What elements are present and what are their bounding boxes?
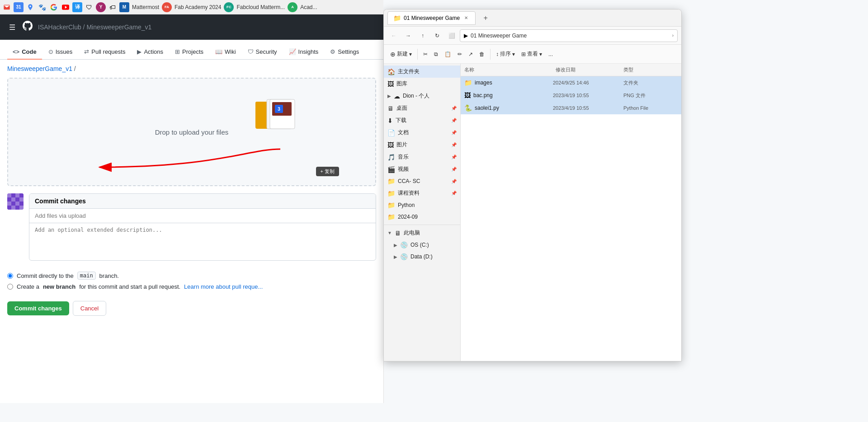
view-button[interactable]: ⊞ 查看 ▾ (519, 47, 545, 61)
taskbar-maps[interactable] (25, 2, 35, 12)
user-avatar (7, 193, 24, 210)
drop-zone[interactable]: Drop to upload your files + 复制 (7, 78, 376, 186)
pictures-icon: 🖼 (387, 141, 394, 149)
file-date-bac: 2023/4/19 10:55 (553, 93, 621, 98)
commit-section: Commit changes (7, 193, 376, 261)
sidebar-item-cca[interactable]: 📁 CCA- SC 📌 (384, 175, 460, 187)
commit-actions: Commit changes Cancel (7, 301, 376, 316)
refresh-button[interactable]: ↻ (431, 29, 443, 42)
taskbar-google[interactable] (49, 2, 59, 12)
commit-message-input[interactable] (29, 209, 376, 223)
desktop-icon: 🖥 (387, 105, 394, 112)
sort-button[interactable]: ↕ 排序 ▾ (493, 47, 518, 61)
nav-issues[interactable]: ⊙ Issues (43, 45, 78, 60)
address-separator: ▶ (464, 33, 468, 39)
nav-security[interactable]: 🛡 Security (242, 45, 283, 60)
breadcrumb-repo[interactable]: MinesweeperGame_v1 (7, 65, 72, 72)
pin-icon-2: 📌 (451, 118, 457, 123)
taskbar-calendar[interactable]: 31 (14, 2, 24, 12)
nav-code[interactable]: <> Code (7, 45, 42, 60)
taskbar-fab-academy[interactable]: FA (162, 2, 172, 12)
bac-file-icon: 🖼 (464, 92, 471, 99)
file-type-saolei: Python File (623, 105, 678, 111)
sidebar-item-videos[interactable]: 🎬 视频 📌 (384, 163, 460, 175)
sidebar-item-pictures[interactable]: 🖼 图片 📌 (384, 139, 460, 151)
nav-pullrequests[interactable]: ⇄ Pull requests (79, 45, 131, 60)
nav-wiki[interactable]: 📖 Wiki (210, 45, 241, 60)
taskbar-y[interactable]: Y (96, 2, 106, 12)
nav-actions[interactable]: ▶ Actions (132, 45, 169, 60)
share-button[interactable]: ↗ (466, 47, 476, 61)
new-branch-radio[interactable] (7, 284, 13, 290)
file-item-bac[interactable]: 🖼 bac.png 2023/4/19 10:55 PNG 文件 (461, 89, 681, 102)
sidebar-item-music[interactable]: 🎵 音乐 📌 (384, 151, 460, 163)
copy-button[interactable]: ⧉ (431, 47, 441, 61)
sidebar-item-python[interactable]: 📁 Python (384, 199, 460, 211)
folder-cca-icon: 📁 (387, 178, 395, 185)
taskbar-acad[interactable]: A (288, 2, 297, 12)
sidebar-item-gallery[interactable]: 🖼 图库 (384, 78, 460, 90)
cancel-button[interactable]: Cancel (73, 301, 106, 316)
sidebar-item-d-drive[interactable]: ▶ 💿 Data (D:) (384, 251, 460, 263)
taskbar-pet[interactable]: 🐾 (37, 2, 47, 12)
explorer-content: 🏠 主文件夹 🖼 图库 ▶ ☁ Dion - 个人 🖥 桌面 📌 ⬇ 下载 📌 (384, 64, 681, 361)
sidebar-item-c-drive[interactable]: ▶ 💿 OS (C:) (384, 239, 460, 251)
explorer-sidebar: 🏠 主文件夹 🖼 图库 ▶ ☁ Dion - 个人 🖥 桌面 📌 ⬇ 下载 📌 (384, 64, 461, 361)
sidebar-item-dion[interactable]: ▶ ☁ Dion - 个人 (384, 90, 460, 102)
taskbar-shield[interactable]: 🛡 (84, 2, 94, 12)
taskbar-tag[interactable]: 🏷 (108, 2, 118, 12)
folder-python-icon: 📁 (387, 202, 395, 209)
gallery-icon: 🖼 (387, 80, 394, 88)
menu-button[interactable]: ☰ (7, 21, 17, 33)
c-drive-icon: 💿 (400, 241, 408, 249)
taskbar-gmail[interactable] (2, 2, 12, 12)
documents-icon: 📄 (387, 129, 395, 136)
music-icon: 🎵 (387, 154, 395, 161)
taskbar-mattermost[interactable]: M (119, 2, 129, 12)
cut-button[interactable]: ✂ (420, 47, 430, 61)
taskbar-translate[interactable]: 译 (72, 2, 82, 12)
forward-button[interactable]: → (402, 29, 415, 42)
maximize-button[interactable]: ⬜ (445, 29, 458, 42)
up-button[interactable]: ↑ (416, 29, 429, 42)
paste-button[interactable]: 📋 (442, 47, 454, 61)
sidebar-item-this-pc[interactable]: ▼ 🖥 此电脑 (384, 227, 460, 239)
back-button[interactable]: ← (387, 29, 400, 42)
copy-badge: + 复制 (316, 167, 339, 176)
new-tab-button[interactable]: + (479, 12, 492, 24)
sidebar-item-downloads[interactable]: ⬇ 下载 📌 (384, 114, 460, 127)
sidebar-item-desktop[interactable]: 🖥 桌面 📌 (384, 102, 460, 114)
nav-projects[interactable]: ⊞ Projects (170, 45, 209, 60)
taskbar-fab-label: Fab Academy 2024 (174, 4, 222, 10)
tab-close-button[interactable]: ✕ (462, 14, 470, 22)
address-text: 01 Minesweeper Game (471, 33, 670, 39)
share-icon: ↗ (468, 51, 473, 57)
file-explorer-window: 📁 01 Minesweeper Game ✕ + ← → ↑ ↻ ⬜ ▶ 01… (383, 9, 682, 361)
file-item-saolei[interactable]: 🐍 saolei1.py 2023/4/19 10:55 Python File (461, 102, 681, 114)
nav-settings[interactable]: ⚙ Settings (325, 45, 364, 60)
wiki-icon: 📖 (215, 48, 222, 55)
commit-description-input[interactable] (29, 223, 376, 259)
commit-changes-button[interactable]: Commit changes (7, 301, 69, 315)
file-item-images[interactable]: 📁 images 2024/9/25 14:46 文件夹 (461, 76, 681, 89)
taskbar-youtube[interactable] (61, 2, 71, 12)
file-date-saolei: 2023/4/19 10:55 (553, 105, 621, 111)
new-button[interactable]: ⊕ 新建 ▾ (387, 47, 415, 61)
direct-commit-radio[interactable] (7, 273, 13, 279)
sidebar-item-home[interactable]: 🏠 主文件夹 (384, 66, 460, 78)
address-box[interactable]: ▶ 01 Minesweeper Game › (460, 29, 678, 42)
sidebar-item-2024-09[interactable]: 📁 2024-09 (384, 211, 460, 223)
learn-more-link[interactable]: Learn more about pull reque... (184, 283, 263, 290)
nav-insights[interactable]: 📈 Insights (283, 45, 324, 60)
taskbar-fabcloud[interactable]: FC (224, 2, 234, 12)
sidebar-item-courses[interactable]: 📁 课程资料 📌 (384, 187, 460, 199)
more-options-button[interactable]: ... (546, 47, 556, 61)
rename-button[interactable]: ✏ (455, 47, 465, 61)
explorer-tab[interactable]: 📁 01 Minesweeper Game ✕ (387, 11, 476, 25)
delete-button[interactable]: 🗑 (476, 47, 487, 61)
sidebar-item-documents[interactable]: 📄 文档 📌 (384, 127, 460, 139)
svg-rect-3 (15, 193, 19, 197)
expand-icon: ▶ (387, 94, 391, 98)
cut-icon: ✂ (423, 51, 428, 57)
sort-chevron-icon: ▾ (512, 51, 515, 57)
